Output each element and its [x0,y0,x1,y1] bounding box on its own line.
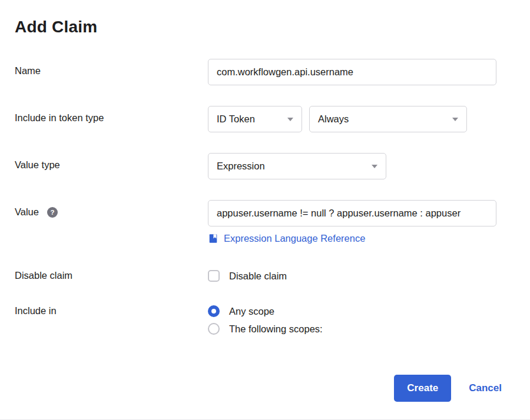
value-label: Value ? [0,200,208,218]
disable-claim-label: Disable claim [0,270,208,281]
disable-claim-row: Disable claim Disable claim [0,270,530,282]
add-claim-dialog: Add Claim Name Include in token type ID … [0,0,530,420]
dialog-actions: Create Cancel [394,375,502,402]
token-type-row: Include in token type ID Token Always [0,106,530,132]
value-type-row: Value type Expression [0,153,530,179]
name-label: Name [0,59,208,76]
include-in-option-any-scope[interactable]: Any scope [208,305,323,317]
radio-any-scope[interactable] [208,305,220,317]
book-icon [208,233,218,244]
value-type-dropdown[interactable]: Expression [208,153,386,179]
radio-following-scopes-label: The following scopes: [229,324,323,335]
help-icon[interactable]: ? [47,207,58,218]
token-frequency-dropdown-value: Always [318,114,349,125]
include-in-row: Include in Any scope The following scope… [0,305,530,335]
token-type-dropdown-value: ID Token [217,114,255,125]
expression-language-reference-link[interactable]: Expression Language Reference [208,233,365,244]
create-button[interactable]: Create [394,375,451,402]
include-in-label: Include in [0,305,208,316]
value-type-dropdown-value: Expression [217,161,265,172]
chevron-down-icon [287,118,293,121]
token-type-dropdown[interactable]: ID Token [208,106,302,132]
cancel-button[interactable]: Cancel [469,382,502,394]
name-row: Name [0,59,530,85]
disable-claim-option[interactable]: Disable claim [208,270,287,282]
chevron-down-icon [452,118,458,121]
value-input[interactable] [208,200,496,226]
disable-claim-checkbox[interactable] [208,270,220,282]
value-type-label: Value type [0,153,208,171]
page-title: Add Claim [0,0,530,36]
radio-following-scopes[interactable] [208,323,220,335]
include-in-option-following-scopes[interactable]: The following scopes: [208,323,323,335]
token-frequency-dropdown[interactable]: Always [309,106,467,132]
chevron-down-icon [372,165,377,168]
name-input[interactable] [208,59,496,85]
disable-claim-checkbox-label: Disable claim [229,271,287,282]
value-row: Value ? Expression Language Reference [0,200,530,244]
token-type-label: Include in token type [0,106,208,124]
radio-any-scope-label: Any scope [229,306,274,317]
